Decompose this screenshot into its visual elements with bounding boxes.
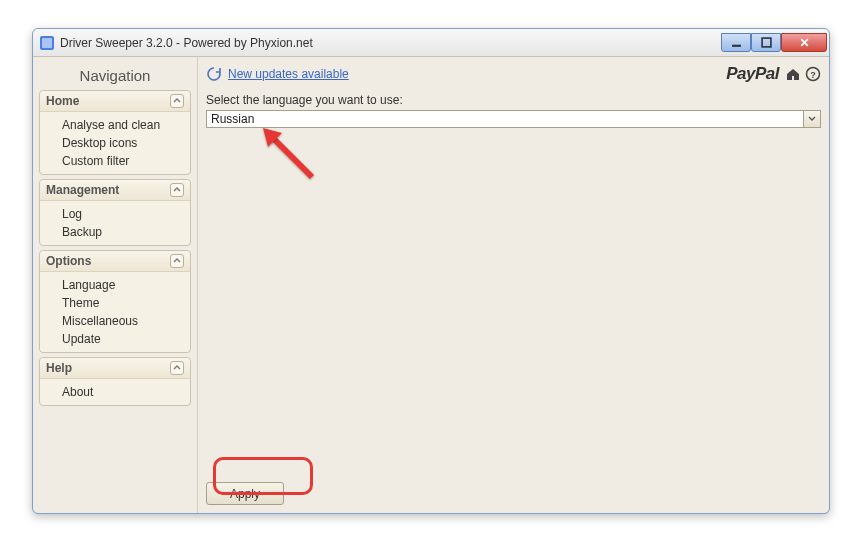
home-icon[interactable] <box>785 66 801 82</box>
titlebar: Driver Sweeper 3.2.0 - Powered by Phyxio… <box>33 29 829 57</box>
language-label: Select the language you want to use: <box>206 93 821 107</box>
window-controls <box>721 34 827 52</box>
updates-link[interactable]: New updates available <box>228 67 349 81</box>
sidebar-item-log[interactable]: Log <box>62 205 190 223</box>
refresh-icon[interactable] <box>206 66 222 82</box>
chevron-up-icon <box>170 361 184 375</box>
panel-head-help[interactable]: Help <box>40 358 190 379</box>
chevron-up-icon <box>170 254 184 268</box>
language-value: Russian <box>206 110 804 128</box>
panel-home: Home Analyse and clean Desktop icons Cus… <box>39 90 191 175</box>
sidebar-item-update[interactable]: Update <box>62 330 190 348</box>
panel-help: Help About <box>39 357 191 406</box>
help-icon[interactable]: ? <box>805 66 821 82</box>
app-icon <box>39 35 55 51</box>
chevron-down-icon <box>808 115 816 123</box>
minimize-button[interactable] <box>721 33 751 52</box>
panel-title: Home <box>46 94 79 108</box>
panel-management: Management Log Backup <box>39 179 191 246</box>
sidebar-item-desktop-icons[interactable]: Desktop icons <box>62 134 190 152</box>
panel-options: Options Language Theme Miscellaneous Upd… <box>39 250 191 353</box>
svg-rect-1 <box>42 38 52 48</box>
chevron-up-icon <box>170 94 184 108</box>
apply-button[interactable]: Apply <box>206 482 284 505</box>
main-pane: New updates available PayPal ? Select th… <box>198 57 829 513</box>
window-title: Driver Sweeper 3.2.0 - Powered by Phyxio… <box>60 36 721 50</box>
sidebar-item-miscellaneous[interactable]: Miscellaneous <box>62 312 190 330</box>
language-select[interactable]: Russian <box>206 110 821 128</box>
sidebar-item-custom-filter[interactable]: Custom filter <box>62 152 190 170</box>
panel-title: Management <box>46 183 119 197</box>
panel-head-home[interactable]: Home <box>40 91 190 112</box>
svg-rect-3 <box>762 38 771 47</box>
panel-title: Help <box>46 361 72 375</box>
paypal-label[interactable]: PayPal <box>726 64 779 84</box>
dropdown-button[interactable] <box>804 110 821 128</box>
svg-rect-2 <box>732 44 741 46</box>
sidebar-item-language[interactable]: Language <box>62 276 190 294</box>
sidebar-title: Navigation <box>39 63 191 90</box>
maximize-button[interactable] <box>751 33 781 52</box>
topbar: New updates available PayPal ? <box>206 63 821 85</box>
panel-head-options[interactable]: Options <box>40 251 190 272</box>
app-window: Driver Sweeper 3.2.0 - Powered by Phyxio… <box>32 28 830 514</box>
sidebar-item-backup[interactable]: Backup <box>62 223 190 241</box>
svg-text:?: ? <box>810 70 816 80</box>
panel-title: Options <box>46 254 91 268</box>
sidebar-item-analyse[interactable]: Analyse and clean <box>62 116 190 134</box>
sidebar-item-theme[interactable]: Theme <box>62 294 190 312</box>
sidebar: Navigation Home Analyse and clean Deskto… <box>33 57 198 513</box>
close-button[interactable] <box>781 33 827 52</box>
panel-head-management[interactable]: Management <box>40 180 190 201</box>
chevron-up-icon <box>170 183 184 197</box>
sidebar-item-about[interactable]: About <box>62 383 190 401</box>
